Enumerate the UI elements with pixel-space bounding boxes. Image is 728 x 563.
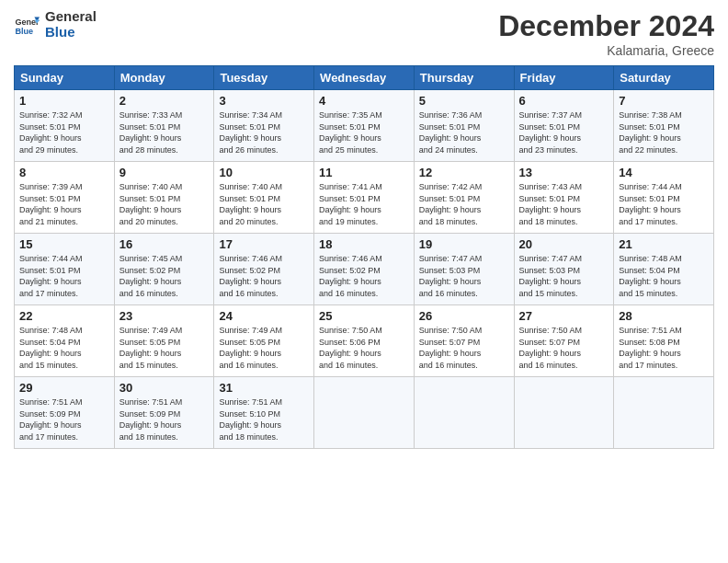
col-header-wednesday: Wednesday [314, 66, 415, 90]
day-detail: Sunrise: 7:47 AM Sunset: 5:03 PM Dayligh… [419, 253, 509, 299]
calendar-week-row: 29Sunrise: 7:51 AM Sunset: 5:09 PM Dayli… [15, 377, 714, 449]
calendar-cell: 12Sunrise: 7:42 AM Sunset: 5:01 PM Dayli… [414, 162, 514, 234]
day-number: 21 [619, 237, 709, 251]
day-detail: Sunrise: 7:43 AM Sunset: 5:01 PM Dayligh… [519, 181, 609, 227]
day-number: 7 [619, 94, 709, 108]
day-detail: Sunrise: 7:46 AM Sunset: 5:02 PM Dayligh… [319, 253, 409, 299]
calendar-cell: 31Sunrise: 7:51 AM Sunset: 5:10 PM Dayli… [214, 377, 314, 449]
calendar-cell: 20Sunrise: 7:47 AM Sunset: 5:03 PM Dayli… [514, 234, 614, 305]
calendar-header-row: SundayMondayTuesdayWednesdayThursdayFrid… [15, 66, 714, 90]
calendar-cell: 29Sunrise: 7:51 AM Sunset: 5:09 PM Dayli… [15, 377, 115, 449]
day-number: 1 [19, 94, 109, 108]
day-number: 19 [419, 237, 509, 251]
calendar-cell: 6Sunrise: 7:37 AM Sunset: 5:01 PM Daylig… [514, 90, 614, 162]
title-block: December 2024 Kalamaria, Greece [498, 9, 714, 58]
day-detail: Sunrise: 7:44 AM Sunset: 5:01 PM Dayligh… [19, 253, 109, 299]
calendar-cell: 8Sunrise: 7:39 AM Sunset: 5:01 PM Daylig… [15, 162, 115, 234]
calendar-cell: 21Sunrise: 7:48 AM Sunset: 5:04 PM Dayli… [614, 234, 714, 305]
day-detail: Sunrise: 7:51 AM Sunset: 5:09 PM Dayligh… [19, 396, 109, 442]
day-detail: Sunrise: 7:32 AM Sunset: 5:01 PM Dayligh… [19, 109, 109, 155]
day-number: 6 [519, 94, 609, 108]
day-number: 20 [519, 237, 609, 251]
day-number: 8 [19, 166, 109, 179]
calendar-cell: 14Sunrise: 7:44 AM Sunset: 5:01 PM Dayli… [614, 162, 714, 234]
day-detail: Sunrise: 7:50 AM Sunset: 5:07 PM Dayligh… [519, 325, 609, 371]
day-number: 27 [519, 309, 609, 323]
calendar-cell: 2Sunrise: 7:33 AM Sunset: 5:01 PM Daylig… [114, 90, 214, 162]
day-detail: Sunrise: 7:49 AM Sunset: 5:05 PM Dayligh… [119, 325, 210, 371]
calendar-cell: 26Sunrise: 7:50 AM Sunset: 5:07 PM Dayli… [414, 305, 514, 377]
calendar-cell: 16Sunrise: 7:45 AM Sunset: 5:02 PM Dayli… [114, 234, 214, 305]
day-detail: Sunrise: 7:35 AM Sunset: 5:01 PM Dayligh… [319, 109, 409, 155]
day-number: 23 [119, 309, 210, 323]
day-detail: Sunrise: 7:37 AM Sunset: 5:01 PM Dayligh… [519, 109, 609, 155]
day-detail: Sunrise: 7:51 AM Sunset: 5:09 PM Dayligh… [119, 396, 210, 442]
calendar-week-row: 8Sunrise: 7:39 AM Sunset: 5:01 PM Daylig… [15, 162, 714, 234]
day-detail: Sunrise: 7:40 AM Sunset: 5:01 PM Dayligh… [219, 181, 309, 227]
day-detail: Sunrise: 7:50 AM Sunset: 5:07 PM Dayligh… [419, 325, 509, 371]
calendar-cell: 13Sunrise: 7:43 AM Sunset: 5:01 PM Dayli… [514, 162, 614, 234]
day-number: 26 [419, 309, 509, 323]
calendar-cell: 25Sunrise: 7:50 AM Sunset: 5:06 PM Dayli… [314, 305, 415, 377]
calendar-cell: 1Sunrise: 7:32 AM Sunset: 5:01 PM Daylig… [15, 90, 115, 162]
day-number: 29 [19, 381, 109, 395]
day-detail: Sunrise: 7:48 AM Sunset: 5:04 PM Dayligh… [19, 325, 109, 371]
day-detail: Sunrise: 7:34 AM Sunset: 5:01 PM Dayligh… [219, 109, 309, 155]
day-detail: Sunrise: 7:47 AM Sunset: 5:03 PM Dayligh… [519, 253, 609, 299]
day-number: 3 [219, 94, 309, 108]
day-number: 5 [419, 94, 509, 108]
day-detail: Sunrise: 7:48 AM Sunset: 5:04 PM Dayligh… [619, 253, 709, 299]
day-detail: Sunrise: 7:41 AM Sunset: 5:01 PM Dayligh… [319, 181, 409, 227]
day-number: 4 [319, 94, 409, 108]
calendar-week-row: 22Sunrise: 7:48 AM Sunset: 5:04 PM Dayli… [15, 305, 714, 377]
day-number: 25 [319, 309, 409, 323]
logo-icon: General Blue [14, 12, 40, 38]
col-header-friday: Friday [514, 66, 614, 90]
day-number: 24 [219, 309, 309, 323]
col-header-tuesday: Tuesday [214, 66, 314, 90]
calendar-cell: 22Sunrise: 7:48 AM Sunset: 5:04 PM Dayli… [15, 305, 115, 377]
day-detail: Sunrise: 7:51 AM Sunset: 5:08 PM Dayligh… [619, 325, 709, 371]
logo-text-general: General [45, 9, 97, 25]
calendar-cell: 17Sunrise: 7:46 AM Sunset: 5:02 PM Dayli… [214, 234, 314, 305]
day-number: 15 [19, 237, 109, 251]
day-detail: Sunrise: 7:36 AM Sunset: 5:01 PM Dayligh… [419, 109, 509, 155]
day-number: 12 [419, 166, 509, 179]
day-detail: Sunrise: 7:42 AM Sunset: 5:01 PM Dayligh… [419, 181, 509, 227]
calendar-cell: 4Sunrise: 7:35 AM Sunset: 5:01 PM Daylig… [314, 90, 415, 162]
logo-text-blue: Blue [45, 25, 97, 40]
day-number: 10 [219, 166, 309, 179]
day-number: 11 [319, 166, 409, 179]
col-header-thursday: Thursday [414, 66, 514, 90]
day-number: 28 [619, 309, 709, 323]
calendar-cell [614, 377, 714, 449]
calendar-cell: 15Sunrise: 7:44 AM Sunset: 5:01 PM Dayli… [15, 234, 115, 305]
day-detail: Sunrise: 7:51 AM Sunset: 5:10 PM Dayligh… [219, 396, 309, 442]
calendar-week-row: 1Sunrise: 7:32 AM Sunset: 5:01 PM Daylig… [15, 90, 714, 162]
day-number: 17 [219, 237, 309, 251]
day-detail: Sunrise: 7:50 AM Sunset: 5:06 PM Dayligh… [319, 325, 409, 371]
calendar-cell [514, 377, 614, 449]
day-detail: Sunrise: 7:33 AM Sunset: 5:01 PM Dayligh… [119, 109, 210, 155]
day-detail: Sunrise: 7:45 AM Sunset: 5:02 PM Dayligh… [119, 253, 210, 299]
col-header-sunday: Sunday [15, 66, 115, 90]
calendar-table: SundayMondayTuesdayWednesdayThursdayFrid… [14, 65, 714, 449]
day-detail: Sunrise: 7:40 AM Sunset: 5:01 PM Dayligh… [119, 181, 210, 227]
calendar-cell: 3Sunrise: 7:34 AM Sunset: 5:01 PM Daylig… [214, 90, 314, 162]
day-number: 13 [519, 166, 609, 179]
col-header-saturday: Saturday [614, 66, 714, 90]
calendar-cell: 24Sunrise: 7:49 AM Sunset: 5:05 PM Dayli… [214, 305, 314, 377]
calendar-cell: 27Sunrise: 7:50 AM Sunset: 5:07 PM Dayli… [514, 305, 614, 377]
day-detail: Sunrise: 7:49 AM Sunset: 5:05 PM Dayligh… [219, 325, 309, 371]
calendar-cell [414, 377, 514, 449]
day-detail: Sunrise: 7:44 AM Sunset: 5:01 PM Dayligh… [619, 181, 709, 227]
month-title: December 2024 [498, 9, 714, 43]
header: General Blue General Blue December 2024 … [14, 9, 714, 58]
calendar-cell: 19Sunrise: 7:47 AM Sunset: 5:03 PM Dayli… [414, 234, 514, 305]
calendar-cell: 18Sunrise: 7:46 AM Sunset: 5:02 PM Dayli… [314, 234, 415, 305]
calendar-cell: 28Sunrise: 7:51 AM Sunset: 5:08 PM Dayli… [614, 305, 714, 377]
logo: General Blue General Blue [14, 9, 97, 40]
calendar-week-row: 15Sunrise: 7:44 AM Sunset: 5:01 PM Dayli… [15, 234, 714, 305]
day-number: 22 [19, 309, 109, 323]
calendar-cell: 10Sunrise: 7:40 AM Sunset: 5:01 PM Dayli… [214, 162, 314, 234]
